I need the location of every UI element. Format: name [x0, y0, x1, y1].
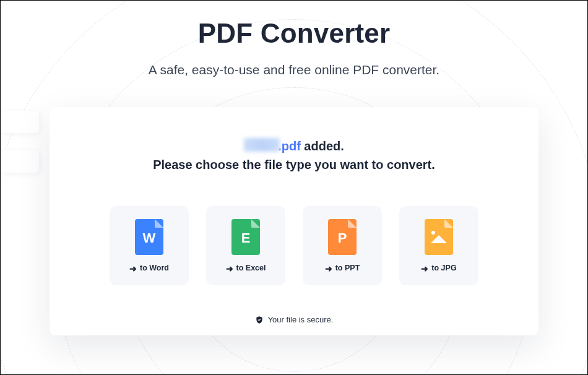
upload-status: .pdf added. Please choose the file type …: [74, 137, 514, 174]
ppt-file-icon: P: [328, 219, 357, 255]
option-label-text: to JPG: [431, 264, 456, 272]
image-glyph-icon: [431, 231, 447, 243]
secure-note: Your file is secure.: [74, 315, 514, 324]
option-label: ➜ to PPT: [325, 264, 360, 272]
arrow-right-icon: ➜: [226, 264, 233, 273]
convert-to-word-button[interactable]: W ➜ to Word: [110, 206, 189, 285]
side-card-stub: [1, 111, 39, 133]
jpg-file-icon: [425, 219, 453, 255]
option-label: ➜ to JPG: [421, 264, 456, 272]
arrow-right-icon: ➜: [129, 264, 137, 273]
arrow-right-icon: ➜: [325, 264, 332, 273]
converter-card: .pdf added. Please choose the file type …: [50, 107, 538, 335]
convert-to-jpg-button[interactable]: ➜ to JPG: [399, 206, 478, 285]
uploaded-filename-redacted: [244, 138, 280, 152]
choose-type-instruction: Please choose the file type you want to …: [74, 155, 514, 174]
page-subtitle: A safe, easy-to-use and free online PDF …: [1, 62, 587, 77]
option-label-text: to PPT: [335, 264, 360, 272]
page-title: PDF Converter: [1, 18, 587, 49]
option-label: ➜ to Excel: [226, 264, 266, 272]
arrow-right-icon: ➜: [421, 264, 428, 273]
page-header: PDF Converter A safe, easy-to-use and fr…: [1, 1, 587, 77]
icon-letter: E: [241, 231, 251, 245]
convert-to-excel-button[interactable]: E ➜ to Excel: [206, 206, 285, 285]
icon-letter: W: [143, 231, 156, 245]
option-label-text: to Word: [140, 264, 169, 272]
convert-to-ppt-button[interactable]: P ➜ to PPT: [303, 206, 382, 285]
icon-letter: P: [338, 231, 347, 245]
secure-note-text: Your file is secure.: [268, 315, 334, 324]
shield-check-icon: [255, 316, 264, 324]
option-label-text: to Excel: [236, 264, 266, 272]
convert-options: W ➜ to Word E ➜ to Excel P ➜ to PPT: [74, 206, 514, 285]
excel-file-icon: E: [231, 219, 260, 255]
side-card-stub: [1, 150, 39, 173]
option-label: ➜ to Word: [129, 264, 169, 272]
uploaded-file-ext: .pdf: [278, 139, 301, 153]
word-file-icon: W: [135, 219, 163, 255]
added-suffix: added.: [301, 139, 344, 153]
